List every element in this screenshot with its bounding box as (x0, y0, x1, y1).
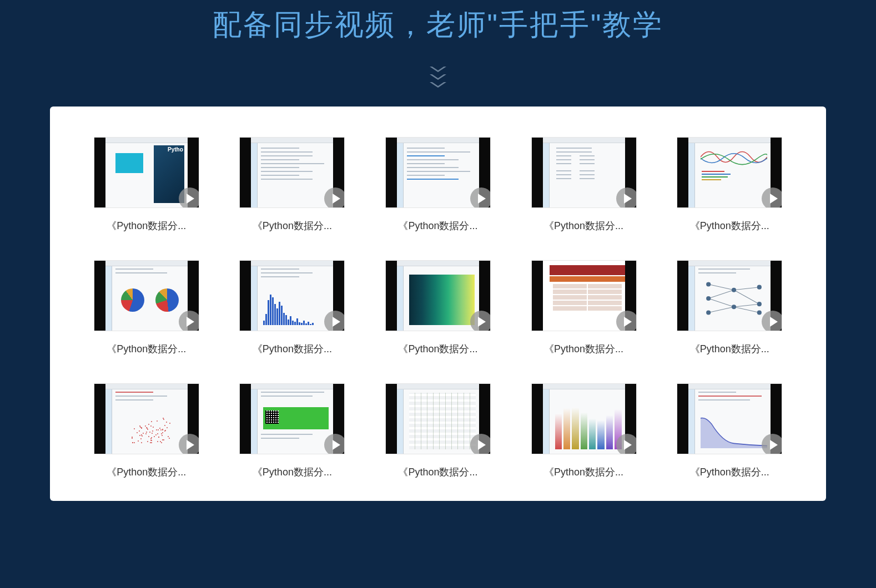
video-thumbnail[interactable] (531, 260, 637, 331)
video-card[interactable]: 《Python数据分... (380, 137, 496, 232)
play-icon[interactable] (762, 434, 782, 454)
video-card[interactable]: 《Python数据分... (526, 383, 642, 479)
svg-point-8 (706, 282, 711, 286)
video-thumbnail[interactable] (239, 260, 345, 331)
svg-line-1 (708, 290, 734, 298)
video-thumbnail[interactable] (385, 260, 491, 331)
video-card[interactable]: 《Python数据分... (89, 383, 204, 479)
video-caption: 《Python数据分... (94, 465, 199, 479)
video-caption: 《Python数据分... (239, 342, 345, 356)
video-caption: 《Python数据分... (531, 342, 637, 356)
play-icon[interactable] (762, 311, 782, 331)
page-title: 配备同步视频，老师"手把手"教学 (0, 6, 876, 44)
video-thumbnail[interactable] (94, 260, 199, 331)
video-thumbnail[interactable]: Pytho (94, 137, 199, 208)
svg-line-7 (734, 307, 759, 312)
video-card[interactable]: 《Python数据分... (526, 137, 642, 232)
video-thumbnail[interactable] (677, 137, 782, 208)
video-thumbnail[interactable] (677, 383, 782, 454)
video-thumbnail[interactable] (677, 260, 782, 331)
video-panel: Pytho 《Python数据分... 《Pyth (50, 107, 826, 501)
video-card[interactable]: Pytho 《Python数据分... (89, 137, 204, 232)
video-card[interactable]: 《Python数据分... (672, 260, 787, 356)
video-caption: 《Python数据分... (531, 219, 637, 232)
video-thumbnail[interactable] (385, 137, 491, 208)
play-icon[interactable] (179, 311, 199, 331)
play-icon[interactable] (324, 187, 345, 208)
video-card[interactable]: 《Python数据分... (380, 260, 496, 356)
chevron-down-icon (430, 82, 446, 90)
play-icon[interactable] (324, 311, 345, 331)
header: 配备同步视频，老师"手把手"教学 (0, 0, 876, 90)
video-card[interactable]: 《Python数据分... (235, 383, 350, 479)
video-thumbnail[interactable] (385, 383, 491, 454)
svg-point-10 (706, 310, 711, 315)
video-card[interactable]: 《Python数据分... (526, 260, 642, 356)
svg-line-2 (708, 307, 734, 312)
video-card[interactable]: 《Python数据分... (380, 383, 496, 479)
svg-point-12 (732, 305, 736, 309)
play-icon[interactable] (179, 434, 199, 454)
play-icon[interactable] (616, 311, 637, 331)
play-icon[interactable] (616, 187, 637, 208)
video-card[interactable]: 《Python数据分... (672, 383, 787, 479)
play-icon[interactable] (470, 311, 491, 331)
play-icon[interactable] (470, 434, 491, 454)
video-caption: 《Python数据分... (94, 219, 199, 232)
video-caption: 《Python数据分... (385, 465, 491, 479)
play-icon[interactable] (324, 434, 345, 454)
svg-point-11 (732, 288, 736, 292)
play-icon[interactable] (470, 187, 491, 208)
svg-line-3 (708, 298, 734, 307)
video-thumbnail[interactable] (239, 137, 345, 208)
play-icon[interactable] (179, 187, 199, 208)
video-caption: 《Python数据分... (239, 219, 345, 232)
video-grid: Pytho 《Python数据分... 《Pyth (89, 137, 787, 479)
video-card[interactable]: 《Python数据分... (235, 260, 350, 356)
video-thumbnail[interactable] (531, 383, 637, 454)
video-caption: 《Python数据分... (677, 342, 782, 356)
svg-point-13 (757, 285, 762, 290)
video-caption: 《Python数据分... (677, 219, 782, 232)
video-caption: 《Python数据分... (677, 465, 782, 479)
svg-line-5 (734, 290, 759, 304)
video-thumbnail[interactable] (531, 137, 637, 208)
video-caption: 《Python数据分... (531, 465, 637, 479)
video-thumbnail[interactable] (239, 383, 345, 454)
play-icon[interactable] (762, 187, 782, 208)
svg-line-0 (708, 285, 734, 290)
video-caption: 《Python数据分... (239, 465, 345, 479)
video-card[interactable]: 《Python数据分... (89, 260, 204, 356)
svg-point-15 (757, 310, 762, 315)
play-icon[interactable] (616, 434, 637, 454)
video-thumbnail[interactable] (94, 383, 199, 454)
svg-point-9 (706, 296, 711, 301)
video-caption: 《Python数据分... (94, 342, 199, 356)
video-card[interactable]: 《Python数据分... (235, 137, 350, 232)
svg-line-6 (734, 304, 759, 307)
video-caption: 《Python数据分... (385, 219, 491, 232)
video-caption: 《Python数据分... (385, 342, 491, 356)
scroll-indicator (0, 67, 876, 90)
svg-line-4 (734, 287, 759, 290)
svg-point-14 (757, 302, 762, 306)
video-card[interactable]: 《Python数据分... (672, 137, 787, 232)
book-brand-label: Pytho (168, 146, 183, 153)
